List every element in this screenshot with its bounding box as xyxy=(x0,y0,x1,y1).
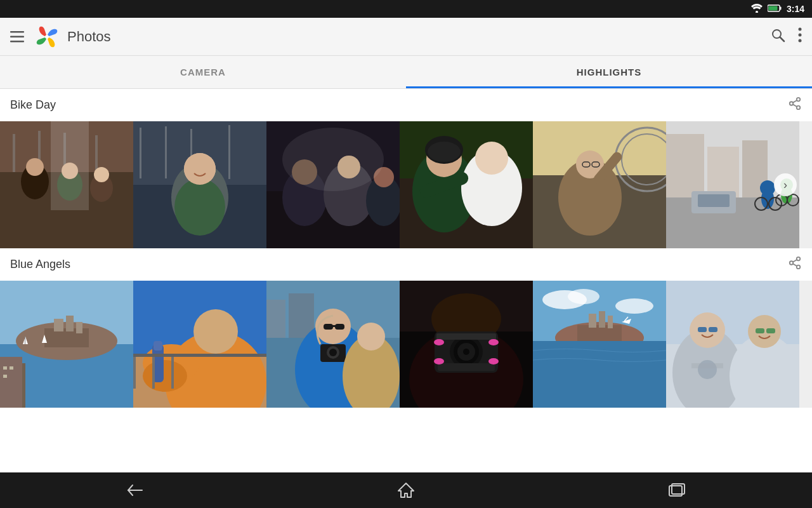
svg-marker-174 xyxy=(398,483,414,497)
svg-rect-96 xyxy=(76,322,82,333)
svg-rect-33 xyxy=(140,128,141,178)
svg-rect-113 xyxy=(154,341,162,351)
svg-rect-142 xyxy=(436,333,496,340)
bike-day-next-arrow[interactable]: › xyxy=(774,173,797,196)
bike-photo-6[interactable]: › xyxy=(666,121,799,248)
svg-point-132 xyxy=(357,323,385,351)
svg-rect-75 xyxy=(698,194,730,207)
svg-rect-36 xyxy=(228,125,230,179)
svg-line-9 xyxy=(780,37,785,41)
svg-rect-143 xyxy=(438,363,495,371)
bike-photo-2[interactable] xyxy=(133,121,266,248)
svg-point-49 xyxy=(282,128,384,191)
svg-point-11 xyxy=(799,33,802,36)
bike-day-photos: › xyxy=(0,121,812,248)
album-blue-angels-title: Blue Angels xyxy=(10,258,70,271)
svg-point-152 xyxy=(615,298,653,314)
tab-highlights[interactable]: HIGHLIGHTS xyxy=(406,56,812,88)
bike-day-share-icon[interactable] xyxy=(788,97,802,114)
svg-rect-2 xyxy=(780,6,781,10)
angels-photo-5[interactable] xyxy=(533,281,666,408)
svg-point-39 xyxy=(174,178,225,236)
bottom-nav xyxy=(0,472,812,508)
app-title: Photos xyxy=(67,29,111,45)
bike-photo-4[interactable] xyxy=(400,121,533,248)
blue-angels-share-icon[interactable] xyxy=(788,256,802,273)
tab-camera[interactable]: CAMERA xyxy=(0,56,406,88)
bike-photo-5[interactable] xyxy=(533,121,666,248)
svg-point-145 xyxy=(488,339,499,345)
album-blue-angels: Blue Angels xyxy=(0,248,812,408)
svg-point-55 xyxy=(428,142,461,162)
status-time: 3:14 xyxy=(787,4,804,14)
svg-rect-157 xyxy=(608,316,613,328)
angels-photo-2[interactable] xyxy=(133,281,266,408)
svg-rect-5 xyxy=(10,36,24,37)
svg-rect-121 xyxy=(266,300,285,338)
svg-rect-127 xyxy=(332,325,336,327)
svg-point-13 xyxy=(797,98,801,102)
svg-point-12 xyxy=(799,39,802,42)
svg-rect-172 xyxy=(691,363,723,368)
svg-line-88 xyxy=(793,260,797,262)
svg-point-15 xyxy=(797,106,801,110)
svg-point-7 xyxy=(45,35,49,39)
blue-angels-photos xyxy=(0,281,812,408)
recents-button[interactable] xyxy=(658,478,696,503)
svg-rect-98 xyxy=(25,337,25,344)
svg-rect-116 xyxy=(152,357,155,389)
angels-photo-6[interactable] xyxy=(666,281,799,408)
svg-point-141 xyxy=(463,349,469,355)
angels-photo-4[interactable] xyxy=(400,281,533,408)
svg-rect-166 xyxy=(709,327,717,332)
svg-rect-34 xyxy=(165,126,167,178)
svg-rect-170 xyxy=(766,328,775,333)
svg-point-14 xyxy=(790,102,794,105)
svg-line-87 xyxy=(793,264,797,266)
bike-photo-3[interactable] xyxy=(266,121,400,248)
svg-rect-71 xyxy=(666,134,704,197)
app-logo xyxy=(34,24,60,50)
svg-rect-155 xyxy=(589,314,596,328)
svg-point-0 xyxy=(756,11,758,13)
angels-photo-1[interactable] xyxy=(0,281,133,408)
bike-photo-1[interactable] xyxy=(0,121,133,248)
menu-icon[interactable] xyxy=(10,31,24,43)
svg-rect-4 xyxy=(10,31,24,33)
svg-rect-115 xyxy=(133,357,136,389)
svg-point-85 xyxy=(790,261,794,265)
wifi-icon xyxy=(751,4,763,15)
top-bar-actions xyxy=(770,27,802,46)
svg-rect-101 xyxy=(0,357,22,408)
svg-rect-6 xyxy=(10,41,24,43)
svg-point-57 xyxy=(475,142,508,175)
status-bar: 3:14 xyxy=(0,0,812,18)
svg-point-164 xyxy=(690,312,725,348)
svg-point-25 xyxy=(26,158,44,176)
angels-photo-3[interactable] xyxy=(266,281,400,408)
svg-rect-103 xyxy=(10,366,13,370)
overflow-menu-icon[interactable] xyxy=(798,27,802,46)
svg-rect-94 xyxy=(54,319,63,331)
svg-point-151 xyxy=(568,289,599,304)
svg-rect-95 xyxy=(66,316,74,331)
svg-rect-23 xyxy=(95,135,98,172)
svg-rect-104 xyxy=(3,375,7,378)
svg-rect-102 xyxy=(3,366,7,370)
svg-point-171 xyxy=(698,360,717,379)
svg-point-144 xyxy=(434,339,444,345)
search-icon[interactable] xyxy=(770,27,785,46)
svg-rect-125 xyxy=(324,324,333,330)
svg-point-111 xyxy=(143,360,187,392)
svg-point-40 xyxy=(184,153,216,185)
svg-rect-154 xyxy=(577,325,622,343)
svg-point-109 xyxy=(193,309,238,354)
main-content: Bike Day xyxy=(0,89,812,472)
back-button[interactable] xyxy=(116,478,154,503)
svg-rect-165 xyxy=(698,327,707,332)
svg-rect-169 xyxy=(756,328,764,333)
album-bike-day-title: Bike Day xyxy=(10,98,56,112)
battery-icon xyxy=(768,4,782,14)
home-button[interactable] xyxy=(387,478,425,503)
svg-rect-156 xyxy=(599,311,605,328)
